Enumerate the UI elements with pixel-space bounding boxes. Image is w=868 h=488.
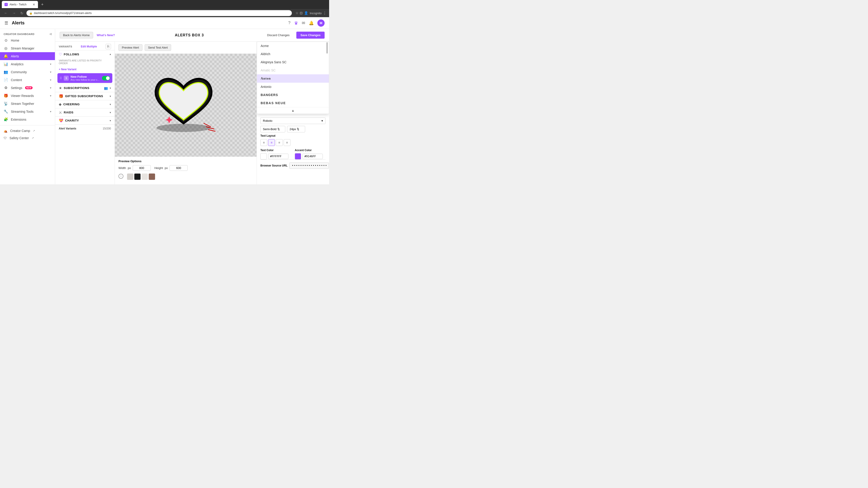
follows-section-header[interactable]: ♡ FOLLOWS ▾	[55, 50, 115, 58]
sidebar-item-label: Streaming Tools	[11, 110, 33, 113]
back-to-alerts-btn[interactable]: Back to Alerts Home	[60, 32, 93, 38]
sidebar-item-community[interactable]: 👥 Community ▾	[0, 68, 55, 76]
notification-icon[interactable]: 🔔	[309, 21, 314, 26]
align-left-btn[interactable]: ≡	[260, 139, 267, 146]
scrollbar-track[interactable]	[326, 42, 328, 113]
text-color-preview[interactable]	[260, 153, 267, 160]
height-input[interactable]	[169, 165, 188, 171]
priority-note: VARIANTS ARE LISTED IN PRIORITY ORDER	[55, 58, 115, 66]
dropdown-collapse-btn[interactable]: ▲	[257, 107, 329, 113]
address-bar[interactable]: 🔒 dashboard.twitch.tv/u/moodjoy071/strea…	[26, 10, 292, 16]
sidebar-item-alerts[interactable]: 🔔 Alerts	[0, 52, 55, 60]
swatch-light-gray[interactable]	[127, 173, 133, 180]
swatch-cream[interactable]	[142, 173, 148, 180]
cheering-icon: ◆	[59, 102, 61, 106]
sidebar-item-analytics[interactable]: 📊 Analytics ▾	[0, 60, 55, 68]
extensions-icon: 🧩	[4, 117, 8, 122]
font-item-anton[interactable]: Anton	[257, 74, 329, 83]
gifted-subs-icon: 🎁	[59, 94, 63, 98]
mail-icon[interactable]: ✉	[302, 21, 305, 26]
sidebar-item-safety-center[interactable]: 🛡 Safety Center ↗	[0, 134, 55, 142]
font-item-alegreya-sans-sc[interactable]: Alegreya Sans SC	[257, 58, 329, 66]
variants-label: VARIANTS	[59, 45, 72, 48]
incognito-label: Incognito	[310, 11, 322, 15]
font-item-antonio[interactable]: Antonio	[257, 83, 329, 91]
gifted-subs-section-header[interactable]: 🎁 GIFTED SUBSCRIPTIONS ▾	[55, 92, 115, 100]
cheering-section-header[interactable]: ◆ CHEERING ▾	[55, 100, 115, 108]
font-dropdown-scroll[interactable]: Acme Aldrich Alegreya Sans SC Amatic SC …	[257, 42, 329, 107]
font-dropdown[interactable]: Acme Aldrich Alegreya Sans SC Amatic SC …	[257, 41, 329, 114]
hamburger-button[interactable]: ☰	[4, 21, 8, 26]
info-icon[interactable]: i	[119, 174, 123, 179]
bookmark-icon[interactable]: ☆	[296, 11, 298, 15]
font-item-acme[interactable]: Acme	[257, 42, 329, 50]
community-chevron: ▾	[50, 70, 51, 74]
user-avatar[interactable]: M	[317, 20, 324, 27]
tab-close-btn[interactable]: ✕	[33, 3, 35, 6]
font-item-bangers[interactable]: BANGERS	[257, 91, 329, 99]
profile-icon[interactable]: 👤	[304, 11, 308, 15]
edit-multiple-btn[interactable]: Edit Multiple	[81, 45, 97, 48]
forward-nav-btn[interactable]: →	[11, 10, 17, 16]
charity-section-header[interactable]: 💝 CHARITY ▾	[55, 116, 115, 125]
align-center-btn[interactable]: ≡	[268, 139, 275, 146]
swatch-dark[interactable]	[134, 173, 141, 180]
font-item-amatic-sc[interactable]: Amatic SC	[257, 66, 329, 74]
sidebar-collapse-btn[interactable]: ◁	[50, 33, 52, 35]
reload-nav-btn[interactable]: ↻	[19, 10, 25, 16]
sidebar-section-label: CREATOR DASHBOARD ◁	[0, 31, 55, 36]
raids-icon: ⚔	[59, 110, 62, 115]
sidebar-item-extensions[interactable]: 🧩 Extensions	[0, 116, 55, 123]
font-item-bebas-neue[interactable]: BEBAS NEUE	[257, 99, 329, 107]
subscriptions-section-header[interactable]: ★ SUBSCRIPTIONS 👥 ▾	[55, 84, 115, 92]
browser-source-url-label: Browser Source URL	[260, 164, 287, 167]
sidebar-item-streaming-tools[interactable]: 🔧 Streaming Tools ▾	[0, 107, 55, 116]
font-weight-select[interactable]: Semi-Bold ⇅	[260, 126, 285, 132]
safety-center-icon: 🛡	[4, 136, 7, 140]
font-item-aldrich[interactable]: Aldrich	[257, 50, 329, 58]
swatch-brown[interactable]	[149, 173, 155, 180]
sidebar-item-settings[interactable]: ⚙ Settings NEW ▾	[0, 84, 55, 92]
streaming-tools-chevron: ▾	[50, 110, 51, 113]
back-nav-btn[interactable]: ←	[3, 10, 9, 16]
text-color-hex-input[interactable]	[268, 154, 288, 159]
variant-toggle[interactable]	[102, 76, 110, 80]
sidebar-item-creator-camp[interactable]: ⛺ Creator Camp ↗	[0, 127, 55, 134]
sidebar-item-label: Alerts	[11, 55, 19, 58]
follows-title: FOLLOWS	[64, 53, 108, 56]
discard-changes-btn[interactable]: Discard Changes	[264, 32, 293, 38]
sidebar-item-viewer-rewards[interactable]: 🎁 Viewer Rewards ▾	[0, 92, 55, 100]
raids-section-header[interactable]: ⚔ RAIDS ▾	[55, 108, 115, 116]
new-tab-button[interactable]: +	[39, 1, 45, 8]
preview-alert-btn[interactable]: Preview Alert	[119, 44, 143, 51]
new-variant-btn[interactable]: + New Variant	[55, 66, 115, 72]
variant-item-new-follow[interactable]: ⠿ 1 New Follow Any new follow to your c.…	[57, 73, 112, 83]
copy-variant-icon[interactable]: ⎘	[105, 44, 111, 49]
font-family-select[interactable]: Roboto ▾	[260, 118, 326, 124]
preview-row-swatches: i	[119, 173, 253, 180]
browser-tab[interactable]: T Alerts - Twitch ✕	[2, 1, 38, 8]
accent-color-hex-input[interactable]	[303, 154, 323, 159]
save-changes-btn[interactable]: Save Changes	[296, 32, 324, 39]
sidebar-item-stream-manager[interactable]: ◎ Stream Manager	[0, 44, 55, 52]
help-icon[interactable]: ?	[288, 21, 290, 25]
sidebar-item-home[interactable]: ⊙ Home	[0, 36, 55, 44]
accent-color-preview[interactable]	[295, 153, 301, 160]
width-input[interactable]	[133, 165, 151, 171]
twitch-crown-icon[interactable]: ♛	[294, 20, 298, 26]
font-size-select[interactable]: 24px ⇅	[287, 126, 305, 132]
drag-handle-icon[interactable]: ⠿	[60, 76, 62, 80]
align-justify-btn[interactable]: ≡	[284, 139, 290, 146]
browser-source-url-input[interactable]	[289, 162, 329, 169]
align-right-btn[interactable]: ≡	[276, 139, 283, 146]
scrollbar-thumb[interactable]	[327, 42, 328, 54]
viewer-rewards-chevron: ▾	[50, 94, 51, 97]
send-test-alert-btn[interactable]: Send Test Alert	[145, 44, 171, 51]
whats-new-btn[interactable]: What's New?	[97, 33, 115, 37]
sidebar-icon[interactable]: ⊡	[300, 11, 303, 15]
sidebar-item-content[interactable]: 📄 Content ▾	[0, 76, 55, 84]
url-text: dashboard.twitch.tv/u/moodjoy071/stream-…	[34, 11, 92, 15]
sidebar-item-stream-together[interactable]: 📡 Stream Together	[0, 100, 55, 107]
menu-icon[interactable]: ⋮	[323, 11, 327, 15]
svg-line-3	[209, 130, 215, 131]
